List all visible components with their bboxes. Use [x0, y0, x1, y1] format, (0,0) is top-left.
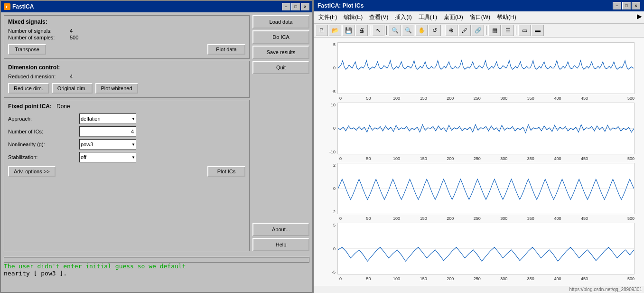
approach-select[interactable]: deflation symmetric	[79, 113, 136, 124]
num-signals-label: Number of signals:	[8, 28, 70, 34]
chart2-y-axis: 10 0 -10	[323, 103, 337, 154]
chart4-y-max: 5	[333, 223, 336, 227]
nonlinearity-row: Nonlinearity (g): pow3 tanh gauss skew ▼	[8, 139, 245, 150]
mixed-signals-title: Mixed signals:	[8, 19, 245, 25]
minimize-btn[interactable]: −	[282, 3, 290, 10]
ica-section: Fixed point ICA: Done Approach: deflatio…	[4, 100, 250, 251]
menu-desktop[interactable]: 桌面(D)	[441, 12, 466, 22]
menu-file[interactable]: 文件(F)	[316, 12, 340, 22]
approach-label: Approach:	[8, 116, 79, 122]
chart1-y-axis: 5 0 -5	[323, 42, 337, 94]
right-close-btn[interactable]: ×	[632, 2, 640, 9]
menu-help[interactable]: 帮助(H)	[494, 12, 519, 22]
chart2-y-max: 10	[331, 103, 336, 107]
adv-options-button[interactable]: Adv. options >>	[8, 166, 56, 177]
maximize-btn[interactable]: □	[291, 3, 300, 10]
x-tick-450: 450	[581, 96, 608, 101]
toolbar-insert-colorbar[interactable]: ▦	[488, 25, 501, 36]
chart2-y-mid: 0	[333, 126, 336, 131]
chart3-svg	[338, 163, 634, 214]
toolbar-print[interactable]: 🖨	[355, 25, 368, 36]
quit-button[interactable]: Quit	[252, 61, 309, 74]
transpose-button[interactable]: Transpose	[8, 44, 46, 55]
toolbar-sep1	[370, 26, 370, 35]
right-minimize-btn[interactable]: −	[613, 2, 621, 9]
fastica-window: F FastICA − □ × Mixed signals: Number of…	[0, 0, 313, 293]
toolbar-hide[interactable]: ▭	[518, 25, 531, 36]
toolbar-rotate[interactable]: ↺	[429, 25, 441, 36]
chart2-y-min: -10	[329, 150, 336, 154]
menu-edit[interactable]: 编辑(E)	[341, 12, 365, 22]
load-data-button[interactable]: Load data	[252, 15, 309, 28]
menu-tools[interactable]: 工具(T)	[416, 12, 440, 22]
toolbar-save[interactable]: 💾	[342, 25, 355, 36]
plot-data-button[interactable]: Plot data	[207, 44, 245, 55]
nonlinearity-select[interactable]: pow3 tanh gauss skew	[79, 139, 136, 150]
reduce-dim-button[interactable]: Reduce dim.	[8, 83, 49, 94]
mixed-signals-section: Mixed signals: Number of signals: 4 Numb…	[4, 15, 250, 59]
menu-insert[interactable]: 插入(I)	[392, 12, 414, 22]
dimension-buttons: Reduce dim. Original dim. Plot whitened	[8, 83, 245, 94]
right-window-title: FastICA: Plot ICs	[317, 2, 364, 9]
menu-view[interactable]: 查看(V)	[366, 12, 391, 22]
num-samples-value: 500	[70, 35, 78, 40]
menu-expand[interactable]: ▶	[637, 12, 642, 22]
x-tick-500: 500	[607, 96, 635, 101]
toolbar: 🗋 📂 💾 🖨 ↖ 🔍 🔍 ✋ ↺ ⊕ 🖊 🔗 ▦ ☰ ▭ ▬	[314, 24, 644, 38]
menu-window[interactable]: 窗口(W)	[467, 12, 493, 22]
stabilization-select[interactable]: off on	[79, 152, 136, 162]
toolbar-cursor[interactable]: ↖	[372, 25, 384, 36]
plot-whitened-button[interactable]: Plot whitened	[95, 83, 138, 94]
plot-area: 5 0 -5 0 50 100 150 200 250 300 350 400 …	[314, 38, 644, 286]
bottom-url: https://blog.csdn.net/qq_28909301	[314, 286, 644, 293]
do-ica-button[interactable]: Do ICA	[252, 30, 309, 44]
close-btn[interactable]: ×	[301, 3, 309, 10]
nonlinearity-label: Nonlinearity (g):	[8, 142, 79, 147]
about-button[interactable]: About...	[252, 223, 309, 236]
chart2-wrapper: 10 0 -10	[323, 103, 635, 154]
scrollbar-horizontal[interactable]	[4, 257, 309, 263]
stabilization-row: Stabilization: off on ▼	[8, 152, 245, 162]
toolbar-sep5	[516, 26, 516, 35]
num-ics-input[interactable]	[79, 126, 136, 137]
chart4-y-mid: 0	[333, 246, 336, 251]
toolbar-show[interactable]: ▬	[532, 25, 544, 36]
chart2-x-axis: 0 50 100 150 200 250 300 350 400 450 500	[323, 156, 635, 161]
toolbar-brush[interactable]: 🖊	[458, 25, 471, 36]
dimension-control-section: Dimension control: Reduced dimension: 4 …	[4, 61, 250, 98]
x-tick-100: 100	[393, 96, 420, 101]
right-maximize-btn[interactable]: □	[622, 2, 631, 9]
chart2-svg	[338, 103, 634, 154]
help-button[interactable]: Help	[252, 238, 309, 251]
chart3-x-axis: 0 50 100 150 200 250 300 350 400 450 500	[323, 216, 635, 221]
original-dim-button[interactable]: Original dim.	[52, 83, 93, 94]
reduced-dim-label: Reduced dimension:	[8, 74, 70, 79]
toolbar-data-cursor[interactable]: ⊕	[445, 25, 457, 36]
plot-ics-button[interactable]: Plot ICs	[207, 166, 245, 177]
reduced-dim-row: Reduced dimension: 4	[8, 74, 245, 79]
x-tick-350: 350	[527, 96, 554, 101]
toolbar-zoom-out[interactable]: 🔍	[402, 25, 414, 36]
toolbar-pan[interactable]: ✋	[415, 25, 428, 36]
chart4-y-axis: 5 0 -5	[323, 223, 337, 274]
toolbar-legend[interactable]: ☰	[502, 25, 514, 36]
toolbar-link[interactable]: 🔗	[472, 25, 484, 36]
chart4-wrapper: 5 0 -5	[323, 223, 635, 274]
toolbar-new[interactable]: 🗋	[316, 25, 328, 36]
ica-title: Fixed point ICA:	[8, 103, 52, 110]
x-tick-200: 200	[447, 96, 474, 101]
approach-row: Approach: deflation symmetric ▼	[8, 113, 245, 124]
toolbar-zoom-in[interactable]: 🔍	[389, 25, 401, 36]
num-signals-value: 4	[70, 28, 73, 34]
save-results-button[interactable]: Save results	[252, 46, 309, 59]
nonlinearity-select-wrapper: pow3 tanh gauss skew ▼	[79, 139, 136, 150]
chart1-svg	[338, 43, 634, 94]
left-window-title: FastICA	[12, 3, 34, 10]
chart1-x-axis: 0 50 100 150 200 250 300 350 400 450 500	[323, 96, 635, 101]
num-signals-row: Number of signals: 4	[8, 28, 245, 34]
toolbar-open[interactable]: 📂	[329, 25, 341, 36]
right-titlebar: FastICA: Plot ICs − □ ×	[314, 0, 644, 11]
panel-content: Mixed signals: Number of signals: 4 Numb…	[1, 12, 312, 254]
plot-ics-window: FastICA: Plot ICs − □ × 文件(F) 编辑(E) 查看(V…	[313, 0, 644, 293]
status-line2: nearity [ pow3 ].	[4, 270, 309, 277]
